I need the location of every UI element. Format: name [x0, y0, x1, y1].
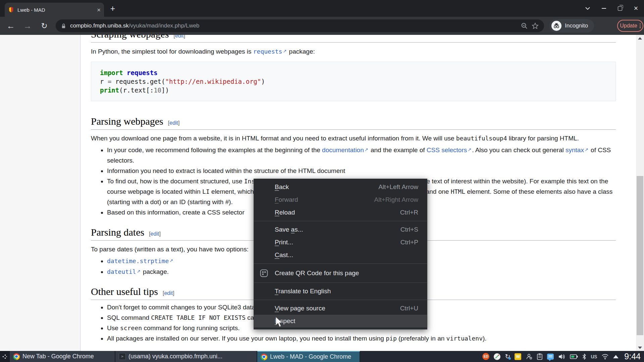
update-button[interactable]: Update — [617, 20, 643, 32]
favicon-crest-icon — [8, 7, 14, 13]
menu-item-label: View page source — [275, 305, 325, 312]
taskbar-window-3[interactable]: Lweb - MAD - Google Chrome — [257, 351, 360, 362]
chat-icon[interactable] — [547, 354, 554, 360]
edit-link[interactable]: edit — [169, 120, 178, 126]
scrollbar-down-arrow[interactable] — [636, 344, 644, 351]
edit-link[interactable]: edit — [164, 290, 173, 296]
menu-item-label: Translate to English — [275, 288, 331, 295]
clock: 9:44 — [624, 352, 641, 361]
link[interactable]: documentation — [322, 146, 364, 154]
menu-item-label: Print... — [275, 239, 293, 246]
menu-item-label: Forward — [275, 196, 298, 203]
new-tab-button[interactable]: + — [108, 4, 117, 13]
scrollbar-up-arrow[interactable] — [636, 35, 644, 42]
scrollbar[interactable] — [636, 35, 644, 351]
tab-search-chevron-icon[interactable] — [580, 0, 596, 17]
menu-item-label: Back — [275, 183, 289, 191]
app-menu-button[interactable] — [0, 351, 10, 362]
volume-icon[interactable] — [558, 353, 566, 360]
list-item: In your code, we recommend following the… — [107, 144, 616, 166]
taskbar-window-1[interactable]: New Tab - Google Chrome — [10, 351, 115, 362]
context-menu-item-view-page-source[interactable]: View page sourceCtrl+U — [254, 302, 427, 315]
menu-item-label: Create QR Code for this page — [275, 269, 359, 277]
taskbar-window-title: Lweb - MAD - Google Chrome — [270, 353, 351, 360]
menu-item-shortcut: Alt+Right Arrow — [364, 196, 418, 203]
link[interactable]: CSS selectors — [427, 146, 467, 154]
external-link: ↗ — [137, 269, 141, 274]
section-heading-scraping: Scraping webpages[edit] — [91, 35, 616, 43]
menu-dots-icon — [640, 23, 641, 28]
restore-button[interactable] — [612, 0, 628, 17]
window-close-button[interactable]: × — [628, 0, 644, 17]
scrollbar-thumb[interactable] — [637, 176, 643, 335]
menu-item-label: Cast... — [275, 251, 293, 259]
bluetooth-icon[interactable] — [582, 353, 586, 360]
ed-app-icon[interactable]: ED — [482, 353, 489, 360]
menu-item-shortcut: Ctrl+U — [390, 305, 418, 312]
menu-separator — [254, 300, 427, 300]
context-menu-item-save-as[interactable]: Save as...Ctrl+S — [254, 223, 427, 236]
code-block: import requestsr = requests.get("http://… — [91, 62, 616, 101]
external-link: ↗ — [283, 49, 286, 54]
menu-separator — [254, 221, 427, 221]
menu-separator — [254, 263, 427, 264]
user-status-icon[interactable] — [526, 353, 532, 360]
link[interactable]: datetime.strptime — [107, 257, 169, 264]
incognito-icon — [551, 21, 561, 31]
menu-item-shortcut: Ctrl+P — [390, 239, 418, 246]
context-menu-item-create-qr-code-for-this-page[interactable]: Create QR Code for this page — [254, 266, 427, 281]
tab-strip: Lweb - MAD × + × — [0, 0, 644, 17]
menu-item-shortcut: Ctrl+S — [390, 226, 418, 233]
back-icon[interactable]: ← — [4, 17, 17, 35]
edit-link[interactable]: edit — [175, 35, 184, 39]
tray-expand-icon[interactable] — [613, 355, 619, 358]
keyboard-layout-indicator[interactable]: us — [591, 353, 597, 360]
clipboard-icon[interactable] — [537, 353, 543, 360]
zoom-out-icon[interactable] — [521, 22, 528, 29]
external-link: ↗ — [585, 147, 588, 152]
system-tray: ED ↻ W — [482, 351, 644, 362]
edit-link[interactable]: edit — [151, 231, 159, 237]
taskbar-window-2[interactable]: >(usama) vyuka.compbio.fmph.uni... — [115, 351, 257, 362]
external-link: ↗ — [365, 147, 368, 152]
menu-item-label: Reload — [275, 209, 295, 216]
sync-update-icon[interactable]: ↻ — [505, 353, 510, 360]
context-menu: BackAlt+Left ArrowForwardAlt+Right Arrow… — [254, 179, 427, 329]
link[interactable]: dateutil — [107, 268, 136, 275]
section-heading-parsing-webpages: Parsing webpages[edit] — [91, 115, 616, 130]
address-bar[interactable]: compbio.fmph.uniba.sk/vyuka/mad/index.ph… — [56, 19, 544, 32]
chrome-icon — [13, 353, 20, 360]
tab-close-icon[interactable]: × — [97, 7, 101, 13]
context-menu-item-cast[interactable]: Cast... — [254, 249, 427, 261]
wifi-icon[interactable] — [601, 354, 609, 360]
context-menu-item-translate-to-english[interactable]: Translate to English — [254, 285, 427, 298]
minimize-button[interactable] — [596, 0, 612, 17]
context-menu-item-forward[interactable]: ForwardAlt+Right Arrow — [254, 193, 427, 206]
external-link: ↗ — [169, 258, 173, 263]
app-menu-dots-icon — [2, 354, 7, 359]
menu-separator — [254, 283, 427, 283]
screen: Lweb - MAD × + × ← → ↻ compbio.fmph.unib… — [0, 0, 644, 362]
dart-app-icon[interactable] — [494, 353, 500, 360]
url-text: compbio.fmph.uniba.sk/vyuka/mad/index.ph… — [70, 22, 200, 29]
w-app-icon[interactable]: W — [515, 353, 521, 360]
battery-icon[interactable] — [570, 354, 578, 359]
link[interactable]: syntax — [566, 146, 584, 154]
chrome-icon — [261, 354, 267, 360]
list-item: Information you need to extract is locat… — [107, 166, 616, 176]
lock-icon — [61, 23, 66, 29]
incognito-badge: Incognito — [549, 19, 594, 33]
taskbar-window-title: New Tab - Google Chrome — [22, 353, 94, 360]
context-menu-item-print[interactable]: Print...Ctrl+P — [254, 236, 427, 249]
bookmark-star-icon[interactable] — [532, 22, 539, 29]
forward-icon[interactable]: → — [21, 17, 34, 35]
mouse-cursor — [275, 316, 284, 328]
qr-code-icon — [260, 269, 268, 278]
reload-icon[interactable]: ↻ — [38, 17, 51, 35]
link[interactable]: requests — [253, 48, 282, 55]
taskbar-window-title: (usama) vyuka.compbio.fmph.uni... — [128, 353, 222, 360]
browser-tab[interactable]: Lweb - MAD × — [5, 3, 104, 17]
external-link: ↗ — [468, 147, 471, 152]
context-menu-item-back[interactable]: BackAlt+Left Arrow — [254, 181, 427, 193]
context-menu-item-reload[interactable]: ReloadCtrl+R — [254, 206, 427, 219]
